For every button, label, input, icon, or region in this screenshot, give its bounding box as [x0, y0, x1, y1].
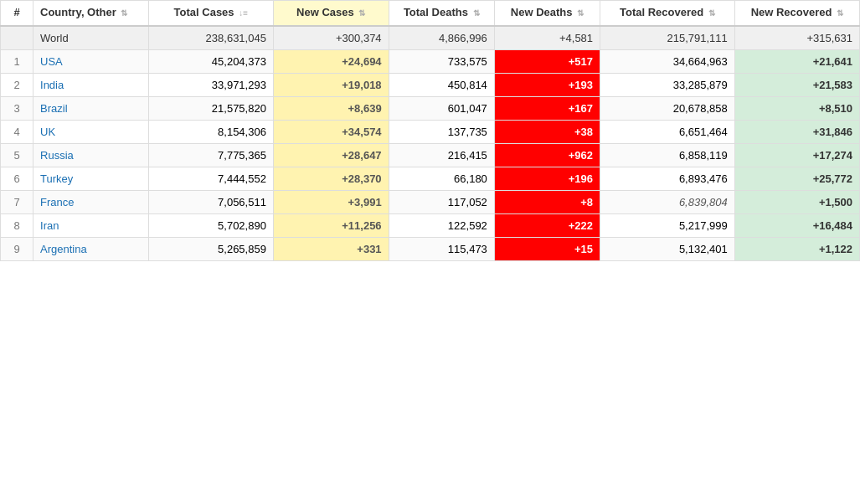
new-cases-cell: +8,639 — [273, 96, 389, 120]
new-recovered-header[interactable]: New Recovered ⇅ — [734, 1, 859, 26]
total-recovered-sort-icon[interactable]: ⇅ — [708, 8, 715, 18]
rank-cell: 2 — [1, 73, 33, 96]
new-cases-cell: +3,991 — [273, 190, 389, 213]
world-row: World 238,631,045 +300,374 4,866,996 +4,… — [1, 26, 860, 50]
country-cell[interactable]: Brazil — [33, 96, 149, 120]
total-cases-cell: 5,265,859 — [148, 237, 273, 260]
total-recovered-header[interactable]: Total Recovered ⇅ — [600, 1, 735, 26]
new-cases-cell: +19,018 — [273, 73, 389, 96]
total-cases-cell: 7,444,552 — [148, 167, 273, 190]
total-cases-cell: 21,575,820 — [148, 96, 273, 120]
rank-cell: 6 — [1, 167, 33, 190]
new-cases-header[interactable]: New Cases ⇅ — [273, 1, 389, 26]
new-recovered-cell: +8,510 — [734, 96, 859, 120]
total-cases-header[interactable]: Total Cases ↓≡ — [148, 1, 273, 26]
new-deaths-cell: +38 — [494, 120, 600, 143]
total-deaths-cell: 216,415 — [389, 143, 494, 167]
total-cases-cell: 7,056,511 — [148, 190, 273, 213]
new-cases-cell: +28,370 — [273, 167, 389, 190]
country-cell[interactable]: Iran — [33, 213, 149, 237]
rank-cell: 1 — [1, 49, 33, 73]
total-deaths-header[interactable]: Total Deaths ⇅ — [389, 1, 494, 26]
new-recovered-cell: +21,583 — [734, 73, 859, 96]
country-header[interactable]: Country, Other ⇅ — [33, 1, 149, 26]
total-recovered-cell: 6,893,476 — [600, 167, 735, 190]
new-deaths-cell: +222 — [494, 213, 600, 237]
new-recovered-cell: +17,274 — [734, 143, 859, 167]
new-deaths-cell: +517 — [494, 49, 600, 73]
total-deaths-cell: 66,180 — [389, 167, 494, 190]
total-cases-cell: 7,775,365 — [148, 143, 273, 167]
country-link[interactable]: India — [40, 79, 64, 91]
world-total-recovered: 215,791,111 — [600, 26, 735, 50]
country-link[interactable]: Turkey — [40, 172, 73, 185]
country-link[interactable]: Brazil — [40, 102, 68, 115]
world-rank — [1, 26, 33, 50]
country-link[interactable]: UK — [40, 126, 55, 138]
total-recovered-cell: 6,858,119 — [600, 143, 735, 167]
country-cell[interactable]: USA — [33, 49, 149, 73]
new-cases-cell: +34,574 — [273, 120, 389, 143]
country-link[interactable]: Iran — [40, 219, 59, 232]
total-deaths-cell: 450,814 — [389, 73, 494, 96]
table-row: 8Iran5,702,890+11,256122,592+2225,217,99… — [1, 213, 860, 237]
rank-cell: 5 — [1, 143, 33, 167]
new-cases-sort-icon[interactable]: ⇅ — [358, 8, 365, 18]
rank-cell: 7 — [1, 190, 33, 213]
new-deaths-cell: +8 — [494, 190, 600, 213]
total-deaths-cell: 601,047 — [389, 96, 494, 120]
total-deaths-cell: 122,592 — [389, 213, 494, 237]
country-link[interactable]: Argentina — [40, 243, 87, 255]
table-row: 7France7,056,511+3,991117,052+86,839,804… — [1, 190, 860, 213]
total-recovered-cell: 6,651,464 — [600, 120, 735, 143]
rank-cell: 9 — [1, 237, 33, 260]
total-recovered-cell: 20,678,858 — [600, 96, 735, 120]
total-cases-sort-icon[interactable]: ↓≡ — [239, 8, 248, 18]
total-deaths-sort-icon[interactable]: ⇅ — [473, 8, 480, 18]
new-deaths-cell: +196 — [494, 167, 600, 190]
new-deaths-cell: +15 — [494, 237, 600, 260]
total-recovered-cell: 6,839,804 — [600, 190, 735, 213]
country-link[interactable]: Russia — [40, 149, 74, 162]
new-recovered-cell: +1,122 — [734, 237, 859, 260]
world-total-deaths: 4,866,996 — [389, 26, 494, 50]
country-cell[interactable]: UK — [33, 120, 149, 143]
country-link[interactable]: France — [40, 196, 74, 208]
table-row: 2India33,971,293+19,018450,814+19333,285… — [1, 73, 860, 96]
new-recovered-sort-icon[interactable]: ⇅ — [837, 8, 843, 18]
country-cell[interactable]: France — [33, 190, 149, 213]
new-cases-cell: +11,256 — [273, 213, 389, 237]
new-deaths-header[interactable]: New Deaths ⇅ — [494, 1, 600, 26]
new-recovered-cell: +31,846 — [734, 120, 859, 143]
country-cell[interactable]: Turkey — [33, 167, 149, 190]
country-cell[interactable]: India — [33, 73, 149, 96]
new-deaths-cell: +193 — [494, 73, 600, 96]
new-recovered-cell: +25,772 — [734, 167, 859, 190]
total-cases-cell: 33,971,293 — [148, 73, 273, 96]
table-row: 3Brazil21,575,820+8,639601,047+16720,678… — [1, 96, 860, 120]
world-new-cases: +300,374 — [273, 26, 389, 50]
rank-cell: 4 — [1, 120, 33, 143]
total-deaths-cell: 115,473 — [389, 237, 494, 260]
total-cases-cell: 45,204,373 — [148, 49, 273, 73]
table-row: 9Argentina5,265,859+331115,473+155,132,4… — [1, 237, 860, 260]
new-recovered-cell: +1,500 — [734, 190, 859, 213]
world-new-deaths: +4,581 — [494, 26, 600, 50]
new-cases-cell: +28,647 — [273, 143, 389, 167]
table-row: 5Russia7,775,365+28,647216,415+9626,858,… — [1, 143, 860, 167]
country-cell[interactable]: Russia — [33, 143, 149, 167]
new-deaths-sort-icon[interactable]: ⇅ — [577, 8, 584, 18]
total-recovered-cell: 5,217,999 — [600, 213, 735, 237]
table-row: 4UK8,154,306+34,574137,735+386,651,464+3… — [1, 120, 860, 143]
country-link[interactable]: USA — [40, 55, 63, 68]
rank-cell: 8 — [1, 213, 33, 237]
country-sort-icon[interactable]: ⇅ — [121, 8, 127, 18]
new-deaths-cell: +167 — [494, 96, 600, 120]
rank-header: # — [1, 1, 33, 26]
table-row: 1USA45,204,373+24,694733,575+51734,664,9… — [1, 49, 860, 73]
total-recovered-cell: 34,664,963 — [600, 49, 735, 73]
country-cell[interactable]: Argentina — [33, 237, 149, 260]
new-deaths-cell: +962 — [494, 143, 600, 167]
total-deaths-cell: 117,052 — [389, 190, 494, 213]
new-recovered-cell: +21,641 — [734, 49, 859, 73]
